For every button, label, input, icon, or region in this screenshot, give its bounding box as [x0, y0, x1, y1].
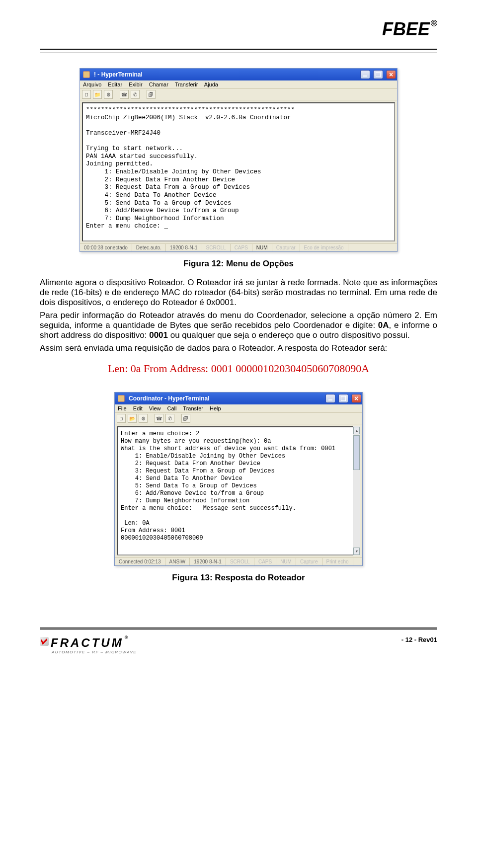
- status-capture: Capturar: [272, 244, 300, 251]
- figure-caption-13: Figura 13: Resposta do Roteador: [40, 573, 437, 583]
- toolbar-hangup-icon[interactable]: ✆: [131, 90, 140, 99]
- window-title: ! - HyperTerminal: [94, 71, 143, 78]
- status-baud: 19200 8-N-1: [190, 558, 226, 565]
- menu-item[interactable]: Arquivo: [83, 81, 101, 87]
- scroll-down-icon[interactable]: ▾: [353, 548, 360, 555]
- maximize-button[interactable]: [373, 70, 383, 79]
- status-num: NUM: [276, 558, 296, 565]
- app-icon: [83, 71, 90, 78]
- toolbar-send-icon[interactable]: 🗐: [147, 90, 156, 99]
- registered-icon: ®: [125, 635, 130, 640]
- brand-logo-top: FBEE ©: [382, 19, 437, 40]
- app-icon: [118, 395, 125, 402]
- menubar[interactable]: File Edit View Call Transfer Help: [115, 404, 362, 413]
- top-rule-thin: [40, 53, 437, 53]
- body-paragraph: Alimente agora o dispositivo Roteador. O…: [40, 278, 437, 308]
- close-button[interactable]: [386, 70, 396, 79]
- minimize-button[interactable]: [360, 70, 370, 79]
- menu-item[interactable]: Exibir: [129, 81, 143, 87]
- page-header: FBEE ©: [40, 19, 437, 49]
- status-baud: 19200 8-N-1: [166, 244, 202, 251]
- terminal-output[interactable]: Enter a menu choice: 2 How many bytes ar…: [117, 426, 360, 555]
- titlebar: Coordinator - HyperTerminal: [115, 393, 362, 404]
- page-footer: FRACTUM ® AUTOMOTIVE – RF – MICROWAVE - …: [40, 628, 437, 654]
- menu-item[interactable]: Editar: [108, 81, 122, 87]
- menubar[interactable]: Arquivo Editar Exibir Chamar Transferir …: [80, 80, 397, 89]
- status-caps: CAPS: [231, 244, 252, 251]
- minimize-button[interactable]: [325, 394, 335, 403]
- menu-item[interactable]: Transfer: [183, 405, 203, 411]
- bold-text: 0001: [149, 330, 168, 340]
- toolbar-call-icon[interactable]: ☎: [120, 90, 129, 99]
- status-detect: Detec.auto.: [132, 244, 166, 251]
- toolbar-open-icon[interactable]: 📂: [128, 414, 137, 423]
- body-paragraph: Assim será enviada uma requisição de dad…: [40, 343, 437, 353]
- page-number: - 12 - Rev01: [401, 636, 437, 643]
- status-time: 00:00:38 conectado: [80, 244, 132, 251]
- toolbar-hangup-icon[interactable]: ✆: [165, 414, 174, 423]
- toolbar: 🗋 📁 ⚙ ☎ ✆ 🗐: [80, 89, 397, 100]
- toolbar-props-icon[interactable]: ⚙: [139, 414, 148, 423]
- footer-brand-logo: FRACTUM ® AUTOMOTIVE – RF – MICROWAVE: [40, 636, 137, 654]
- menu-item[interactable]: View: [149, 405, 161, 411]
- toolbar-open-icon[interactable]: 📁: [93, 90, 102, 99]
- statusbar: 00:00:38 conectado Detec.auto. 19200 8-N…: [80, 243, 397, 251]
- status-time: Connected 0:02:13: [115, 558, 165, 565]
- status-echo: Eco de impressão: [300, 244, 348, 251]
- toolbar-new-icon[interactable]: 🗋: [82, 90, 91, 99]
- logo-mark-icon: [40, 637, 49, 646]
- toolbar-call-icon[interactable]: ☎: [155, 414, 163, 423]
- toolbar-save-icon[interactable]: ⚙: [104, 90, 113, 99]
- window-title: Coordinator - HyperTerminal: [129, 395, 209, 402]
- status-scroll: SCROLL: [202, 244, 231, 251]
- titlebar: ! - HyperTerminal: [80, 69, 397, 80]
- status-scroll: SCROLL: [226, 558, 254, 565]
- maximize-button[interactable]: [338, 394, 348, 403]
- response-line: Len: 0a From Address: 0001 0000010203040…: [40, 362, 437, 375]
- close-button[interactable]: [351, 394, 361, 403]
- scroll-thumb[interactable]: [353, 435, 360, 470]
- statusbar: Connected 0:02:13 ANSIW 19200 8-N-1 SCRO…: [115, 557, 362, 565]
- status-num: NUM: [252, 244, 272, 251]
- menu-item[interactable]: Chamar: [149, 81, 168, 87]
- figure-caption-12: Figura 12: Menu de Opções: [40, 259, 437, 269]
- brand-text: FBEE: [382, 19, 430, 40]
- status-detect: ANSIW: [165, 558, 190, 565]
- menu-item[interactable]: Transferir: [175, 81, 198, 87]
- text: ou qualquer que seja o endereço que o ou…: [168, 330, 410, 340]
- toolbar: 🗋 📂 ⚙ ☎ ✆ 🗐: [115, 413, 362, 424]
- menu-item[interactable]: Call: [167, 405, 177, 411]
- scrollbar[interactable]: ▴ ▾: [353, 426, 360, 555]
- body-paragraph: Para pedir informação do Roteador atravé…: [40, 311, 437, 340]
- bold-text: 0A: [378, 320, 389, 330]
- footer-tagline: AUTOMOTIVE – RF – MICROWAVE: [52, 650, 137, 654]
- scroll-up-icon[interactable]: ▴: [353, 427, 360, 434]
- hyperterminal-window-1: ! - HyperTerminal Arquivo Editar Exibir …: [80, 68, 398, 252]
- toolbar-new-icon[interactable]: 🗋: [117, 414, 126, 423]
- toolbar-send-icon[interactable]: 🗐: [181, 414, 190, 423]
- footer-brand-text: FRACTUM: [51, 636, 124, 650]
- status-caps: CAPS: [254, 558, 276, 565]
- menu-item[interactable]: Edit: [133, 405, 143, 411]
- menu-item[interactable]: Help: [210, 405, 221, 411]
- top-rule: [40, 49, 437, 50]
- status-capture: Capture: [296, 558, 322, 565]
- status-echo: Print echo: [322, 558, 353, 565]
- hyperterminal-window-2: Coordinator - HyperTerminal File Edit Vi…: [114, 392, 363, 566]
- menu-item[interactable]: Ajuda: [204, 81, 218, 87]
- menu-item[interactable]: File: [118, 405, 127, 411]
- copyright-icon: ©: [431, 20, 437, 26]
- terminal-output[interactable]: ****************************************…: [82, 102, 395, 241]
